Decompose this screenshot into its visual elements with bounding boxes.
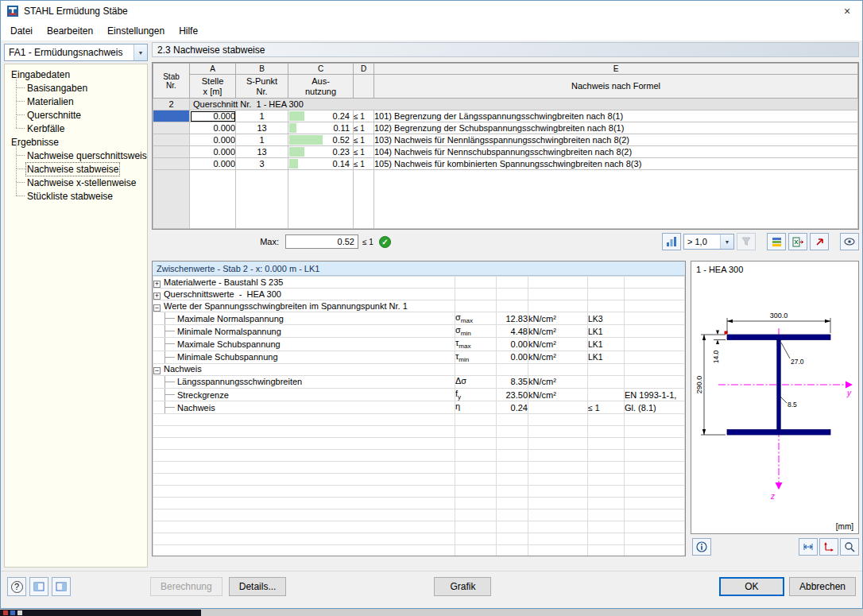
cell-ausnutzung[interactable]: 0.11: [288, 122, 354, 134]
sidebar-item-ergebnisse[interactable]: Ergebnisse: [8, 135, 147, 149]
window-title: STAHL Ermüdung Stäbe: [24, 6, 128, 17]
row-header[interactable]: [153, 158, 190, 170]
details-group-cell[interactable]: +Querschnittswerte - HEA 300: [153, 289, 455, 300]
cross-section-title: 1 - HEA 300: [696, 265, 743, 274]
menu-item-datei[interactable]: Datei: [3, 22, 40, 40]
cell-stelle[interactable]: 0.000: [190, 146, 236, 158]
details-item-label: Minimale Normalspannung: [153, 325, 455, 338]
max-value: 0.52: [285, 234, 358, 249]
navigation-tree: EingabedatenBasisangabenMaterialienQuers…: [4, 64, 148, 568]
row-header[interactable]: [153, 122, 190, 134]
case-selector[interactable]: FA1 - Ermüdungsnachweis ▼: [4, 44, 148, 61]
details-group-cell[interactable]: +Materialwerte - Baustahl S 235: [153, 277, 455, 289]
column-header-formel[interactable]: Nachweis nach Formel: [374, 75, 858, 99]
cell-stelle[interactable]: 0.000: [190, 134, 236, 146]
column-letter-e[interactable]: E: [374, 64, 858, 75]
details-item-label: Streckgrenze: [153, 388, 455, 401]
details-item-label: Maximale Normalspannung: [153, 312, 455, 325]
info-button[interactable]: [692, 538, 711, 556]
cell-s-punkt[interactable]: 3: [236, 158, 288, 170]
column-letter-d[interactable]: D: [354, 64, 374, 75]
sidebar-item-nachweise-x-stellenweise[interactable]: Nachweise x-stellenweise: [8, 176, 147, 189]
column-header-s-punkt[interactable]: S-Punkt Nr.: [236, 75, 288, 99]
cell-formel[interactable]: 104) Nachweis für Nennschubspannungsschw…: [374, 146, 858, 158]
result-diagram-button[interactable]: [662, 233, 681, 250]
dock-panel-left-button[interactable]: [29, 577, 48, 596]
column-header-ausnutzung[interactable]: Aus- nutzung: [288, 75, 354, 99]
show-in-model-button[interactable]: [810, 233, 829, 250]
check-ok-icon: ✓: [379, 236, 391, 248]
help-button[interactable]: ?: [7, 577, 26, 596]
sidebar-item-nachweise-stabweise[interactable]: Nachweise stabweise: [8, 162, 147, 176]
details-button[interactable]: Details...: [229, 577, 287, 596]
sidebar-item-querschnitte[interactable]: Querschnitte: [8, 108, 147, 122]
group-row-label: Querschnitt Nr. 1 - HEA 300: [190, 99, 858, 110]
menu-item-einstellungen[interactable]: Einstellungen: [100, 22, 172, 40]
sidebar-item-materialien[interactable]: Materialien: [8, 95, 147, 108]
cell-formel[interactable]: 103) Nachweis für Nennlängsspannungsschw…: [374, 134, 858, 146]
color-scale-button[interactable]: [767, 233, 786, 250]
cell-ausnutzung[interactable]: 0.14: [288, 158, 354, 170]
cell-formel[interactable]: 101) Begrenzung der Längsspannungsschwin…: [374, 110, 858, 122]
cell-ausnutzung[interactable]: 0.24: [288, 110, 354, 122]
menu-item-bearbeiten[interactable]: Bearbeiten: [40, 22, 100, 40]
cell-ausnutzung[interactable]: 0.23: [288, 146, 354, 158]
column-header-stab[interactable]: Stab Nr.: [153, 64, 190, 99]
result-row: 0.000130.23≤ 1104) Nachweis für Nennschu…: [153, 146, 858, 158]
dimension-toggle-button[interactable]: [799, 538, 818, 556]
sidebar-item-stueckliste-stabweise[interactable]: Stückliste stabweise: [8, 189, 147, 203]
details-panel: Zwischenwerte - Stab 2 - x: 0.000 m - LK…: [152, 261, 686, 556]
details-group-label: Werte der Spannungsschwingbreiten im Spa…: [164, 301, 408, 311]
cell-s-punkt[interactable]: 1: [236, 110, 288, 122]
dim-width-label: 300.0: [770, 312, 788, 320]
collapse-icon[interactable]: −: [153, 304, 161, 312]
sidebar-item-basisangaben[interactable]: Basisangaben: [8, 81, 147, 95]
cell-stelle[interactable]: 0.000: [190, 158, 236, 170]
details-group-cell[interactable]: −Werte der Spannungsschwingbreiten im Sp…: [153, 300, 455, 312]
axes-toggle-button[interactable]: [819, 538, 838, 556]
details-unit: kN/cm²: [528, 338, 588, 351]
expand-icon[interactable]: +: [153, 293, 161, 300]
column-letter-c[interactable]: C: [288, 64, 354, 75]
sidebar-item-eingabedaten[interactable]: Eingabedaten: [8, 68, 147, 81]
dock-panel-right-button[interactable]: [52, 577, 71, 596]
cell-formel[interactable]: 105) Nachweis für kombinierten Spannungs…: [374, 158, 858, 170]
max-row: Max: 0.52 ≤ 1 ✓ > 1,0 ▼: [152, 232, 859, 251]
column-header-d[interactable]: [354, 75, 374, 99]
close-icon[interactable]: ×: [832, 1, 862, 21]
cell-stelle[interactable]: 0.000: [190, 122, 236, 134]
cell-s-punkt[interactable]: 13: [236, 122, 288, 134]
row-header[interactable]: [153, 146, 190, 158]
max-condition: ≤ 1: [362, 238, 373, 246]
row-header[interactable]: [153, 110, 190, 122]
cell-ausnutzung[interactable]: 0.52: [288, 134, 354, 146]
cell-stelle[interactable]: 0.000: [190, 110, 236, 122]
expand-icon[interactable]: +: [153, 281, 161, 288]
funnel-icon: [741, 237, 751, 246]
abbrechen-button[interactable]: Abbrechen: [789, 577, 856, 596]
result-row: 0.000130.11≤ 1102) Begrenzung der Schubs…: [153, 122, 858, 134]
excel-export-button[interactable]: [788, 233, 807, 250]
view-mode-button[interactable]: [840, 233, 859, 250]
details-group-cell[interactable]: −Nachweis: [153, 363, 455, 375]
menu-item-hilfe[interactable]: Hilfe: [172, 22, 205, 40]
cell-formel[interactable]: 102) Begrenzung der Schubspannungsschwin…: [374, 122, 858, 134]
cell-s-punkt[interactable]: 1: [236, 134, 288, 146]
collapse-icon[interactable]: −: [153, 367, 161, 374]
sidebar-item-kerbfaelle[interactable]: Kerbfälle: [8, 122, 147, 135]
grafik-button[interactable]: Grafik: [434, 577, 491, 596]
row-header[interactable]: 2: [153, 99, 190, 110]
row-header[interactable]: [153, 134, 190, 146]
sidebar-item-nachweise-querschnittsweise[interactable]: Nachweise querschnittsweise: [8, 149, 147, 162]
cell-s-punkt[interactable]: 13: [236, 146, 288, 158]
column-letter-b[interactable]: B: [236, 64, 288, 75]
details-symbol: Δσ: [455, 375, 497, 388]
column-header-stelle[interactable]: Stelle x [m]: [190, 75, 236, 99]
column-letter-a[interactable]: A: [190, 64, 236, 75]
details-empty-row: [153, 438, 685, 450]
ok-button[interactable]: OK: [719, 577, 784, 596]
bar-chart-icon: [666, 236, 677, 247]
threshold-select[interactable]: > 1,0 ▼: [683, 234, 734, 250]
details-item-row: Streckgrenzefy23.50kN/cm²EN 1993-1-1,: [153, 388, 685, 401]
zoom-button[interactable]: [840, 538, 859, 556]
